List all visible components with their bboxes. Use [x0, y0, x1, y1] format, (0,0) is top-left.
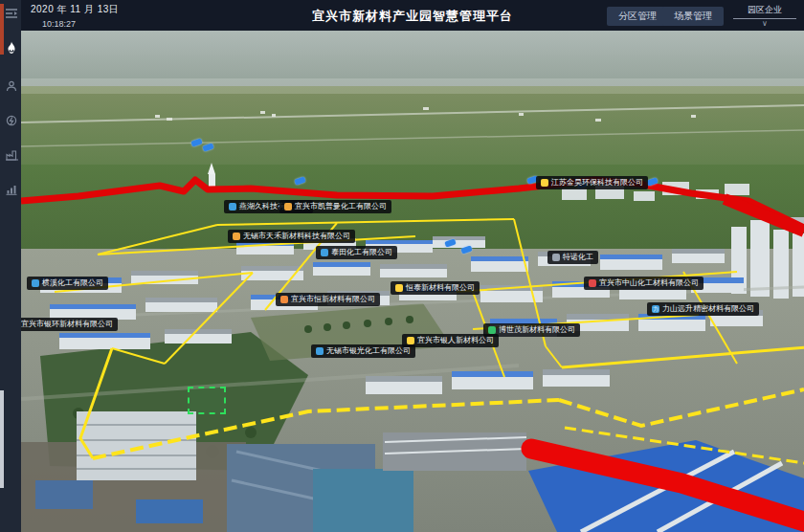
- company-label[interactable]: 泰田化工有限公司: [316, 246, 397, 259]
- application-window: 2020 年 11 月 13日 10:18:27 宜兴市新材料产业园智慧管理平台…: [0, 0, 804, 532]
- company-marker-icon: [407, 337, 414, 344]
- company-label[interactable]: 横溪化工有限公司: [27, 277, 108, 290]
- company-label-text: 宜兴市银环新材料有限公司: [21, 318, 113, 331]
- map-viewport[interactable]: 燕湖久科技有限公司宜兴市凯普曼化工有限公司无锡市天禾新材料科技有限公司泰田化工有…: [21, 31, 804, 532]
- company-marker-icon: [541, 179, 548, 187]
- menu-icon[interactable]: [2, 4, 21, 23]
- bar-chart-icon[interactable]: [2, 180, 21, 199]
- company-label[interactable]: 宜兴市银环新材料有限公司: [21, 318, 118, 331]
- company-label[interactable]: 博世茂新材料有限公司: [483, 323, 580, 337]
- user-icon[interactable]: [2, 77, 21, 96]
- zone-management-button[interactable]: 分区管理: [607, 7, 668, 26]
- company-label-text: 无锡市银光化工有限公司: [326, 344, 411, 358]
- company-marker-icon: [552, 254, 560, 261]
- company-label-text: 江苏金昊环保科技有限公司: [551, 176, 643, 189]
- company-label-text: 博世茂新材料有限公司: [499, 323, 575, 337]
- chevron-down-icon: ∨: [733, 19, 796, 28]
- company-marker-icon: [280, 296, 288, 303]
- company-label-text: 恒泰新材料有限公司: [406, 281, 475, 295]
- company-marker-icon: [32, 279, 39, 287]
- company-label[interactable]: 特诺化工: [547, 251, 598, 264]
- current-date: 2020 年 11 月 13日: [31, 3, 119, 16]
- current-time: 10:18:27: [42, 19, 119, 29]
- datetime-block: 2020 年 11 月 13日 10:18:27: [31, 3, 119, 29]
- company-label[interactable]: 宜兴市凯普曼化工有限公司: [279, 200, 391, 213]
- company-label-text: 力山远升精密材料有限公司: [662, 302, 754, 316]
- company-marker-icon: [395, 284, 403, 292]
- park-enterprises-dropdown[interactable]: 园区企业 ∨: [733, 4, 796, 28]
- company-marker-icon: [321, 249, 328, 256]
- company-marker-icon: [316, 347, 324, 355]
- flame-icon[interactable]: [2, 38, 21, 57]
- park-enterprises-label: 园区企业: [733, 4, 796, 19]
- company-marker-icon: [589, 279, 596, 287]
- company-label[interactable]: 无锡市天禾新材料科技有限公司: [228, 230, 355, 243]
- factory-icon[interactable]: [2, 145, 21, 165]
- company-label-text: 特诺化工: [563, 251, 593, 264]
- company-label-text: 宜兴市凯普曼化工有限公司: [295, 200, 387, 213]
- company-marker-icon: [488, 326, 496, 334]
- sidebar: [0, 0, 21, 532]
- company-label-text: 宜兴市银人新材料公司: [417, 334, 494, 347]
- company-label-text: 横溪化工有限公司: [42, 277, 103, 290]
- company-label[interactable]: 恒泰新材料有限公司: [391, 281, 480, 295]
- company-label-text: 宜兴市中山化工材料有限公司: [599, 277, 699, 290]
- company-label-text: 宜兴市恒新材料有限公司: [291, 293, 375, 306]
- company-label-text: 泰田化工有限公司: [331, 246, 392, 259]
- company-marker-icon: 力: [652, 305, 659, 313]
- power-icon[interactable]: [2, 111, 21, 130]
- company-label-text: 无锡市天禾新材料科技有限公司: [243, 230, 350, 243]
- scene-management-button[interactable]: 场景管理: [662, 7, 724, 26]
- top-header: 2020 年 11 月 13日 10:18:27 宜兴市新材料产业园智慧管理平台…: [21, 0, 804, 31]
- sidebar-scrollbar-thumb[interactable]: [0, 390, 4, 488]
- company-label[interactable]: 江苏金昊环保科技有限公司: [536, 176, 648, 189]
- company-label[interactable]: 宜兴市恒新材料有限公司: [276, 293, 380, 306]
- company-marker-icon: [229, 203, 236, 211]
- company-label[interactable]: 力力山远升精密材料有限公司: [647, 302, 759, 316]
- company-marker-icon: [233, 233, 240, 240]
- company-label[interactable]: 宜兴市中山化工材料有限公司: [584, 277, 704, 290]
- page-title: 宜兴市新材料产业园智慧管理平台: [312, 8, 513, 25]
- company-marker-icon: [284, 203, 292, 211]
- selection-box: [188, 387, 226, 414]
- company-label[interactable]: 无锡市银光化工有限公司: [311, 344, 415, 358]
